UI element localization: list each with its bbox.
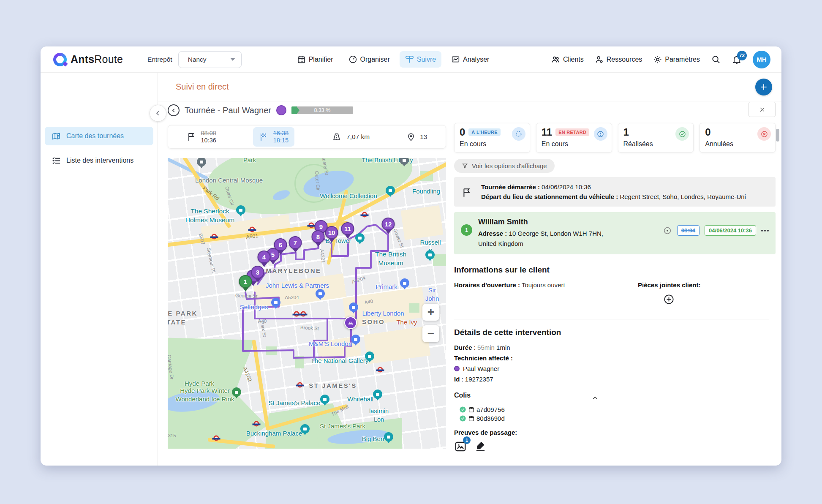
tour-back-icon[interactable] — [168, 104, 180, 116]
map-poi-pin[interactable] — [400, 278, 409, 288]
map-label: St James's Palace — [269, 399, 321, 407]
map-marker-1[interactable]: 1 — [239, 275, 252, 288]
add-attachment-button[interactable] — [663, 294, 700, 306]
tab-analyser[interactable]: Analyser — [446, 51, 495, 68]
notifications-bell[interactable]: 72 — [732, 54, 742, 65]
display-options-button[interactable]: Voir les options d'affichage — [454, 159, 555, 173]
underground-roundel-icon — [297, 382, 303, 388]
warehouse-label: Entrepôt — [147, 56, 172, 63]
photo-proof-button[interactable]: 1 — [454, 440, 467, 455]
map-marker-12[interactable]: 12 — [382, 218, 395, 231]
scrollbar-thumb[interactable] — [776, 129, 779, 142]
chevron-up-icon[interactable] — [591, 394, 599, 402]
check-circle-icon — [675, 127, 689, 141]
map-poi-pin[interactable] — [351, 335, 360, 344]
status-badge: À L'HEURE — [468, 128, 501, 136]
map-poi-pin[interactable] — [197, 158, 206, 166]
nav-clients[interactable]: Clients — [551, 55, 584, 64]
map-poi-pin[interactable] — [316, 289, 325, 298]
map-poi-pin[interactable] — [349, 302, 358, 312]
target-icon[interactable] — [663, 226, 672, 235]
map-poi-pin[interactable] — [384, 432, 393, 441]
map-poi-pin[interactable] — [271, 298, 280, 307]
status-cards: 0À L'HEURE En cours 11EN RETARD En cours… — [454, 123, 776, 153]
checkered-flag-icon — [259, 132, 269, 142]
sidebar-item-carte-des-tournees[interactable]: Carte des tournées — [45, 127, 153, 145]
search-icon[interactable] — [711, 54, 721, 64]
map-poi-pin[interactable] — [300, 424, 310, 433]
flag-icon — [187, 132, 197, 142]
map-zoom-in-button[interactable]: + — [422, 304, 439, 321]
map-zoom-out-button[interactable]: − — [422, 325, 439, 342]
status-card-cancelled[interactable]: 0 Annulées — [700, 123, 776, 153]
map-label: Brook St — [300, 324, 319, 332]
map-marker-11[interactable]: 11 — [341, 222, 354, 235]
alert-icon — [594, 127, 607, 141]
status-card-on-time[interactable]: 0À L'HEURE En cours — [454, 123, 530, 153]
nav-parametres[interactable]: Paramètres — [653, 55, 700, 64]
add-button[interactable] — [755, 79, 772, 95]
planned-time-badge: 08:04 — [677, 225, 700, 236]
underground-roundel-icon — [309, 223, 314, 228]
map-label: Albany St — [320, 158, 330, 176]
intervention-card[interactable]: 1 William Smith Adresse : 10 George St, … — [454, 212, 776, 254]
tab-suivre[interactable]: Suivre — [400, 51, 441, 68]
actual-time-badge: 04/06/2024 10:36 — [705, 225, 756, 236]
map-poi-pin[interactable] — [386, 186, 395, 195]
tour-start-info: Tournée démarrée : 04/06/2024 10:36 Dépa… — [454, 177, 776, 207]
map-poi-pin[interactable] — [320, 395, 329, 404]
warehouse-select[interactable]: Nancy — [178, 51, 242, 68]
client-name: William Smith — [478, 218, 609, 226]
signature-proof-button[interactable] — [474, 440, 487, 454]
map-label: Gower St — [392, 228, 405, 249]
status-badge: EN RETARD — [555, 128, 589, 136]
map-poi-pin[interactable] — [365, 351, 374, 361]
navbar-right: Clients Ressources Paramètres 72 MH — [551, 51, 770, 68]
app-window: AntsRoute Entrepôt Nancy Planifier Organ… — [41, 46, 781, 466]
underground-roundel-icon — [294, 311, 299, 317]
map-poi-pin[interactable] — [236, 205, 245, 215]
tour-header: Tournée - Paul Wagner 8.33 % — [168, 103, 446, 118]
gauge-icon — [348, 55, 357, 64]
map-canvas[interactable]: ParkLondon Central MosqueThe British Lib… — [168, 158, 446, 449]
status-card-late[interactable]: 11EN RETARD En cours — [536, 123, 612, 153]
map-label: ST JAMES'S — [309, 381, 357, 390]
back-button[interactable] — [150, 105, 166, 122]
avatar[interactable]: MH — [753, 51, 770, 68]
status-card-done[interactable]: 1 Réalisées — [618, 123, 694, 153]
vehicle-marker[interactable] — [344, 316, 357, 329]
main-content: Suivi en direct Tournée - Paul Wagner — [158, 73, 781, 466]
map-poi-pin[interactable] — [425, 250, 435, 259]
map-poi-pin[interactable] — [232, 387, 241, 397]
checklist-icon — [52, 156, 61, 166]
map-poi-pin[interactable] — [373, 390, 382, 399]
sidebar-item-liste-des-interventions[interactable]: Liste des interventions — [45, 151, 153, 170]
more-options-icon[interactable] — [761, 228, 769, 233]
package-row: a7d09756 — [459, 406, 769, 413]
map-label: Wellcome Collection — [320, 192, 377, 200]
map-label: Park — [243, 158, 256, 165]
close-icon — [759, 106, 765, 113]
tab-organiser[interactable]: Organiser — [343, 51, 395, 68]
packages-header[interactable]: Colis — [454, 392, 599, 404]
tab-planifier[interactable]: Planifier — [291, 51, 339, 68]
map-poi-pin[interactable] — [355, 233, 365, 242]
map-label: Seymour Pl — [205, 247, 217, 273]
map-marker-7[interactable]: 7 — [289, 236, 302, 249]
map-marker-4[interactable]: 4 — [258, 251, 271, 264]
map-column: Tournée - Paul Wagner 8.33 % 08:0010:36 — [168, 101, 446, 464]
map-label: Outer Cir — [223, 185, 235, 206]
nav-ressources[interactable]: Ressources — [595, 55, 642, 64]
map-label: Selfridges — [240, 303, 268, 311]
sidebar: Carte des tournées Liste des interventio… — [41, 73, 158, 466]
map-marker-3[interactable]: 3 — [251, 266, 264, 279]
close-panel-button[interactable] — [749, 102, 776, 117]
brand-logo[interactable]: AntsRoute — [53, 53, 123, 66]
intervention-details-section: Détails de cette intervention Durée : 55… — [454, 328, 776, 464]
proofs-label: Preuves de passage: — [454, 429, 769, 436]
map-icon — [52, 131, 61, 141]
person-gear-icon — [595, 55, 604, 64]
stat-end-time: 16:3818:15 — [253, 127, 294, 147]
underground-roundel-icon — [250, 227, 255, 232]
map-marker-8[interactable]: 8 — [312, 230, 325, 243]
